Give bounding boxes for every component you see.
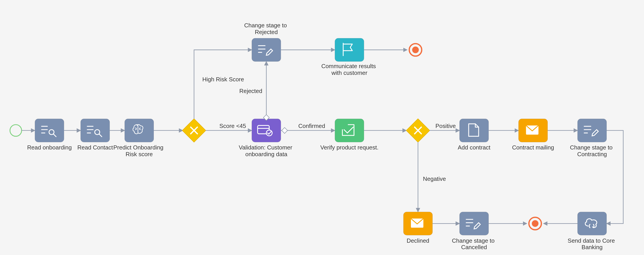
svg-rect-25 xyxy=(252,38,281,62)
svg-rect-30 xyxy=(252,119,281,142)
task-add-contract-label: Add contract xyxy=(458,144,490,151)
task-read-contact[interactable]: Read Contact xyxy=(77,119,113,150)
task-change-rejected[interactable]: Change stage to Rejected Change stage to… xyxy=(0,0,288,62)
svg-text:Contract mailing: Contract mailing xyxy=(512,144,554,151)
svg-text:Change stage to
      Cancelle: Change stage to Cancelled xyxy=(452,238,496,250)
edge-positive-label: Positive xyxy=(436,123,456,129)
task-read-onboarding-label: Read onboarding xyxy=(27,144,72,151)
svg-text:Send data to Core
      Bankin: Send data to Core Banking xyxy=(568,238,616,250)
svg-rect-59 xyxy=(578,119,606,142)
task-contract-mailing-label: Contract mailing xyxy=(512,144,554,151)
terminate-end-event-bottom[interactable] xyxy=(529,217,541,230)
bpmn-canvas: Read onboarding Read Contact Predict On xyxy=(0,0,644,255)
edge-confirmed-label: Confirmed xyxy=(298,123,325,129)
svg-rect-39 xyxy=(335,38,364,62)
task-read-onboarding[interactable]: Read onboarding xyxy=(27,119,72,150)
task-communicate-results[interactable]: Communicate results with customer Commun… xyxy=(0,0,378,76)
edge-high-risk-label: High Risk Score xyxy=(202,76,244,82)
svg-text:Verify product request.: Verify product request. xyxy=(320,144,379,151)
edge-rejected-label: Rejected xyxy=(239,88,262,94)
edge-score45-label: Score <45 xyxy=(219,123,246,129)
svg-text:Validation: Customer
      onb: Validation: Customer onboarding data xyxy=(239,144,294,158)
svg-text:Declined: Declined xyxy=(407,238,429,244)
task-contract-mailing[interactable]: Contract mailing xyxy=(512,119,554,150)
gateway-risk-score[interactable] xyxy=(182,119,206,142)
task-declined-label: Declined xyxy=(407,238,429,244)
svg-text:Read Contact: Read Contact xyxy=(77,144,113,151)
svg-rect-52 xyxy=(460,119,489,142)
svg-rect-37 xyxy=(282,128,288,133)
task-verify-product[interactable]: Verify product request. xyxy=(320,119,379,150)
svg-point-75 xyxy=(532,220,538,227)
svg-rect-68 xyxy=(460,212,489,235)
svg-point-0 xyxy=(10,124,22,136)
svg-text:Change stage to
      Rejected: Change stage to Rejected xyxy=(244,22,288,35)
task-read-contact-label: Read Contact xyxy=(77,144,113,151)
terminate-end-event-top[interactable] xyxy=(409,44,422,56)
task-add-contract[interactable]: Add contract xyxy=(458,119,490,150)
task-verify-product-label: Verify product request. xyxy=(320,144,379,151)
svg-rect-77 xyxy=(578,212,606,235)
svg-point-44 xyxy=(412,46,419,53)
svg-rect-18 xyxy=(124,119,154,142)
svg-text:Add contract: Add contract xyxy=(458,144,490,151)
svg-text:Read onboarding: Read onboarding xyxy=(27,144,72,151)
task-declined[interactable]: Declined xyxy=(403,212,432,244)
svg-text:Predict Onboarding
      Risk : Predict Onboarding Risk score xyxy=(114,144,165,158)
gateway-verification-result[interactable] xyxy=(406,119,430,142)
edge-negative-label: Negative xyxy=(423,176,446,182)
start-event[interactable] xyxy=(10,124,22,136)
svg-text:Communicate results
      with: Communicate results with customer xyxy=(321,63,378,76)
svg-text:Change stage to
      Contract: Change stage to Contracting xyxy=(570,144,614,158)
